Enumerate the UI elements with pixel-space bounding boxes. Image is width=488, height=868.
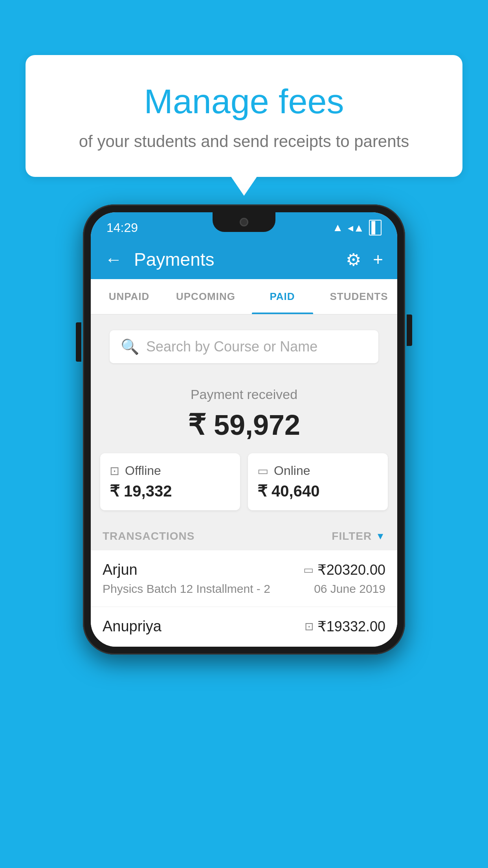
- transactions-label: TRANSACTIONS: [103, 530, 194, 542]
- back-button[interactable]: ←: [105, 250, 122, 269]
- settings-icon[interactable]: ⚙: [346, 250, 361, 270]
- tab-paid[interactable]: PAID: [244, 279, 321, 314]
- online-amount: ₹ 40,640: [257, 482, 378, 500]
- app-bar: ← Payments ⚙ +: [91, 240, 397, 279]
- transaction-name-1: Arjun: [103, 561, 138, 578]
- speech-bubble: Manage fees of your students and send re…: [26, 55, 462, 177]
- transaction-amount-1: ₹20320.00: [317, 562, 385, 578]
- transaction-type-icon-1: ▭: [303, 563, 314, 576]
- bubble-title: Manage fees: [49, 83, 439, 121]
- app-bar-title: Payments: [134, 249, 334, 270]
- tabs-bar: UNPAID UPCOMING PAID STUDENTS: [91, 279, 397, 314]
- transaction-type-icon-2: ⊡: [305, 620, 314, 633]
- payment-summary: Payment received ₹ 59,972: [91, 371, 397, 453]
- tab-upcoming[interactable]: UPCOMING: [167, 279, 244, 314]
- filter-label: FILTER: [332, 530, 372, 542]
- bubble-subtitle: of your students and send receipts to pa…: [49, 130, 439, 153]
- transaction-top-2: Anupriya ⊡ ₹19332.00: [103, 618, 385, 635]
- transaction-amount-row-1: ▭ ₹20320.00: [303, 562, 385, 578]
- search-icon: 🔍: [121, 338, 139, 355]
- phone-screen: 14:29 ▲ ◂▲ ▌ ← Payments ⚙ + UNPAID: [91, 212, 397, 647]
- online-card: ▭ Online ₹ 40,640: [248, 453, 388, 510]
- transaction-amount-2: ₹19332.00: [317, 618, 385, 635]
- payment-received-label: Payment received: [99, 387, 389, 402]
- transaction-detail-1: Physics Batch 12 Installment - 2: [103, 582, 270, 596]
- filter-icon: ▼: [376, 531, 385, 542]
- offline-amount: ₹ 19,332: [110, 482, 231, 500]
- offline-card: ⊡ Offline ₹ 19,332: [100, 453, 240, 510]
- phone-outer: 14:29 ▲ ◂▲ ▌ ← Payments ⚙ + UNPAID: [83, 204, 405, 655]
- online-icon: ▭: [257, 464, 268, 478]
- offline-icon: ⊡: [110, 464, 119, 478]
- transaction-row-anupriya[interactable]: Anupriya ⊡ ₹19332.00: [91, 607, 397, 647]
- transactions-header: TRANSACTIONS FILTER ▼: [91, 522, 397, 550]
- camera: [240, 218, 248, 226]
- filter-button[interactable]: FILTER ▼: [332, 530, 385, 542]
- payment-cards: ⊡ Offline ₹ 19,332 ▭ Online ₹ 40,640: [91, 453, 397, 522]
- add-icon[interactable]: +: [373, 250, 383, 269]
- app-bar-actions: ⚙ +: [346, 250, 383, 270]
- phone-notch: [213, 212, 275, 232]
- signal-icon: ◂▲: [348, 221, 364, 234]
- speech-bubble-container: Manage fees of your students and send re…: [26, 55, 462, 177]
- transaction-bottom-1: Physics Batch 12 Installment - 2 06 June…: [103, 582, 385, 596]
- search-placeholder: Search by Course or Name: [146, 338, 317, 355]
- search-bar[interactable]: 🔍 Search by Course or Name: [110, 330, 378, 363]
- online-card-header: ▭ Online: [257, 463, 378, 478]
- online-label: Online: [274, 463, 310, 478]
- offline-card-header: ⊡ Offline: [110, 463, 231, 478]
- wifi-icon: ▲: [332, 221, 343, 234]
- payment-total-amount: ₹ 59,972: [99, 408, 389, 441]
- status-icons: ▲ ◂▲ ▌: [332, 220, 382, 235]
- tab-students[interactable]: STUDENTS: [321, 279, 397, 314]
- transaction-amount-row-2: ⊡ ₹19332.00: [305, 618, 385, 635]
- transaction-name-2: Anupriya: [103, 618, 161, 635]
- battery-icon: ▌: [369, 220, 382, 235]
- status-time: 14:29: [106, 221, 138, 235]
- transaction-row-arjun[interactable]: Arjun ▭ ₹20320.00 Physics Batch 12 Insta…: [91, 550, 397, 607]
- search-area: 🔍 Search by Course or Name: [91, 314, 397, 363]
- phone-mockup: 14:29 ▲ ◂▲ ▌ ← Payments ⚙ + UNPAID: [83, 204, 405, 655]
- transaction-top-1: Arjun ▭ ₹20320.00: [103, 561, 385, 578]
- transaction-date-1: 06 June 2019: [314, 582, 385, 596]
- offline-label: Offline: [125, 463, 161, 478]
- tab-unpaid[interactable]: UNPAID: [91, 279, 167, 314]
